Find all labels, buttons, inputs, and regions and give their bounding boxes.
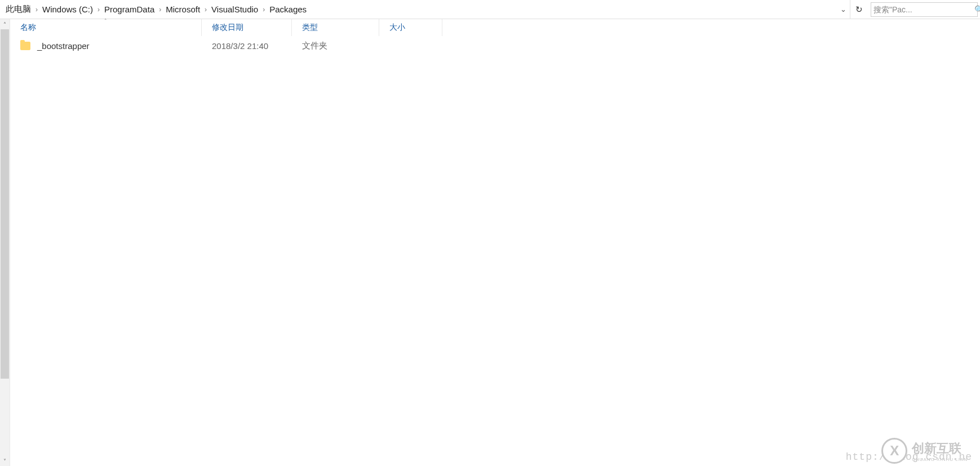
content-area: ˄ ˅ ˄ 名称 修改日期 类型 大小 _bootstrapper: [0, 19, 980, 466]
breadcrumb-segment-microsoft[interactable]: Microsoft: [165, 0, 201, 19]
column-header-label: 修改日期: [212, 23, 243, 33]
chevron-right-icon[interactable]: ›: [94, 0, 103, 19]
search-input[interactable]: [873, 5, 972, 14]
chevron-right-icon[interactable]: ›: [156, 0, 165, 19]
cell-date: 2018/3/2 21:40: [202, 41, 292, 51]
column-header-label: 类型: [302, 23, 318, 33]
column-header-size[interactable]: 大小: [379, 19, 442, 36]
chevron-right-icon[interactable]: ›: [201, 0, 210, 19]
search-box[interactable]: 🔍: [871, 2, 978, 17]
breadcrumb-segment-programdata[interactable]: ProgramData: [103, 0, 156, 19]
column-header-label: 名称: [20, 23, 36, 33]
item-type: 文件夹: [302, 41, 327, 51]
breadcrumb-segment-drive-c[interactable]: Windows (C:): [41, 0, 94, 19]
breadcrumb-segment-this-pc[interactable]: 此电脑: [5, 0, 32, 19]
scroll-down-icon[interactable]: ˅: [0, 456, 10, 466]
cell-type: 文件夹: [292, 41, 379, 51]
column-headers: ˄ 名称 修改日期 类型 大小: [10, 19, 980, 36]
search-icon[interactable]: 🔍: [972, 5, 980, 14]
refresh-icon: ↻: [855, 5, 863, 15]
breadcrumb[interactable]: 此电脑 › Windows (C:) › ProgramData › Micro…: [5, 0, 837, 19]
refresh-button[interactable]: ↻: [850, 0, 867, 19]
chevron-right-icon[interactable]: ›: [259, 0, 268, 19]
scroll-thumb[interactable]: [1, 29, 9, 379]
breadcrumb-segment-packages[interactable]: Packages: [268, 0, 308, 19]
column-header-date[interactable]: 修改日期: [202, 19, 292, 36]
chevron-right-icon[interactable]: ›: [32, 0, 41, 19]
cell-name: _bootstrapper: [10, 41, 202, 51]
address-bar: 此电脑 › Windows (C:) › ProgramData › Micro…: [0, 0, 980, 19]
address-history-dropdown[interactable]: ⌄: [837, 0, 850, 19]
column-header-name[interactable]: ˄ 名称: [10, 19, 202, 36]
item-date: 2018/3/2 21:40: [212, 41, 268, 51]
column-header-type[interactable]: 类型: [292, 19, 379, 36]
list-item[interactable]: _bootstrapper 2018/3/2 21:40 文件夹: [10, 36, 980, 55]
folder-icon: [20, 42, 30, 50]
nav-tree-scrollbar[interactable]: ˄ ˅: [0, 19, 10, 466]
column-header-label: 大小: [389, 23, 405, 33]
item-name: _bootstrapper: [37, 41, 90, 51]
sort-ascending-icon: ˄: [104, 18, 107, 24]
chevron-down-icon: ⌄: [840, 5, 846, 14]
scroll-up-icon[interactable]: ˄: [0, 19, 10, 29]
file-list: ˄ 名称 修改日期 类型 大小 _bootstrapper 2018/3/2 2…: [10, 19, 980, 466]
breadcrumb-segment-visualstudio[interactable]: VisualStudio: [210, 0, 259, 19]
